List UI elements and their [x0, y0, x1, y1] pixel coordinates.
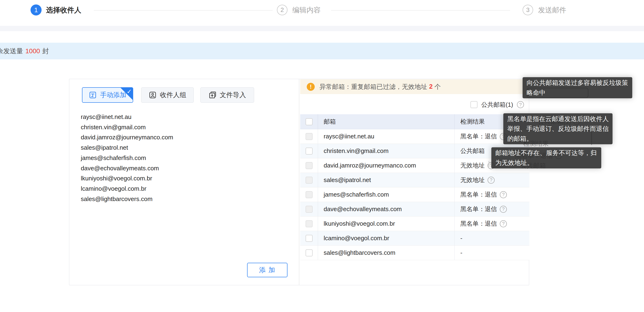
tab-manual-add[interactable]: 手动添加 ✓ [82, 87, 133, 103]
row-checkbox[interactable] [306, 148, 312, 155]
email-wizard-screen: 1 选择收件人 2 编辑内容 3 发送邮件 余发送量1000封 手动添加 ✓ [0, 0, 644, 312]
table-row: sales@lightbarcovers.com- [300, 246, 530, 260]
tab-file-import[interactable]: 文件导入 [200, 87, 254, 103]
row-checkbox [306, 177, 312, 184]
row-checkbox [306, 191, 312, 198]
row-checkbox[interactable] [306, 235, 312, 242]
row-email: sales@ipatrol.net [318, 173, 454, 187]
step-1-label: 选择收件人 [46, 6, 81, 14]
ghost-edge-line [488, 161, 489, 167]
file-import-icon [208, 91, 216, 99]
quota-banner: 余发送量1000封 [0, 43, 644, 59]
row-email: sales@lightbarcovers.com [318, 246, 454, 260]
table-row: lcamino@voegol.com.br- [300, 231, 530, 246]
warning-invalid-count: 2 [427, 83, 434, 90]
table-row: sales@ipatrol.net无效地址 [300, 173, 530, 187]
select-all-checkbox[interactable] [306, 118, 312, 125]
row-email: lkuniyoshi@voegol.com.br [318, 217, 454, 231]
row-result: 黑名单：退信 [460, 220, 497, 228]
tooltip-line: 为无效地址。 [495, 158, 597, 168]
result-help-icon[interactable] [488, 177, 495, 184]
public-mailbox-help-icon[interactable] [517, 101, 524, 108]
column-header-email: 邮箱 [318, 114, 454, 129]
quota-prefix: 余发送量 [0, 47, 23, 56]
row-email: christen.vin@gmail.com [318, 144, 454, 158]
step-2-label: 编辑内容 [292, 6, 320, 14]
tooltip-line: 举报、手动退订、反垃圾邮件而退信 [507, 124, 608, 134]
tooltip-line: 的邮箱。 [507, 134, 608, 144]
step-connector-2 [331, 10, 510, 10]
table-row: james@schaferfish.com黑名单：退信 [300, 187, 530, 202]
table-row: lkuniyoshi@voegol.com.br黑名单：退信 [300, 217, 530, 231]
row-result: 黑名单：退信 [460, 132, 497, 141]
row-result: 无效地址 [460, 176, 485, 184]
row-result: 公共邮箱 [460, 147, 485, 155]
result-help-icon[interactable] [500, 220, 507, 227]
selected-check-icon: ✓ [126, 88, 132, 95]
recipient-group-icon [149, 91, 157, 99]
quota-text: 余发送量1000封 [0, 43, 49, 59]
row-checkbox [306, 220, 312, 227]
tooltip-blacklist: 黑名单是指在云邮通发送后因收件人举报、手动退订、反垃圾邮件而退信的邮箱。 [503, 113, 612, 144]
tooltip-line: 向公共邮箱发送过多容易被反垃圾策 [526, 78, 628, 88]
table-header-row: 邮箱 检测结果 [300, 114, 530, 129]
abnormal-warning-banner: 异常邮箱：重复邮箱已过滤，无效地址 2 个 [300, 79, 529, 94]
row-email: lcamino@voegol.com.br [318, 231, 454, 245]
row-email: james@schaferfish.com [318, 187, 454, 202]
step-2-number: 2 [280, 6, 284, 13]
step-3-circle: 3 [522, 5, 533, 15]
row-checkbox [306, 206, 312, 213]
result-help-icon[interactable] [500, 191, 507, 198]
row-email: david.jamroz@journeymanco.com [318, 158, 454, 173]
header-separator-band [0, 26, 644, 31]
tab-file-import-label: 文件导入 [220, 90, 246, 99]
step-2-circle: 2 [277, 5, 288, 15]
row-result: - [460, 249, 462, 256]
tooltip-line: 略命中 [526, 88, 628, 98]
row-result: 黑名单：退信 [460, 191, 497, 199]
row-result: 无效地址 [460, 161, 485, 170]
pane-divider [299, 79, 299, 285]
warning-icon [307, 83, 315, 91]
row-checkbox [306, 162, 312, 169]
warning-suffix: 个 [434, 83, 441, 91]
tooltip-public-mailbox: 向公共邮箱发送过多容易被反垃圾策略命中 [522, 77, 632, 98]
recipient-email: raysc@iinet.net.au [81, 112, 288, 122]
recipient-email: lcamino@voegol.com.br [81, 184, 288, 194]
public-mailbox-checkbox[interactable] [470, 101, 478, 108]
row-checkbox [306, 133, 312, 140]
public-mailbox-filter: 公共邮箱(1) [470, 100, 524, 109]
manual-add-icon [89, 91, 97, 99]
recipient-email: dave@echovalleymeats.com [81, 163, 288, 174]
result-help-icon[interactable] [500, 206, 507, 213]
tab-recipient-group-label: 收件人组 [160, 90, 186, 99]
recipient-email: david.jamroz@journeymanco.com [81, 132, 288, 143]
table-row: dave@echovalleymeats.com黑名单：退信 [300, 202, 530, 217]
recipient-email: sales@lightbarcovers.com [81, 194, 288, 204]
tooltip-line: 黑名单是指在云邮通发送后因收件人 [507, 114, 608, 124]
public-mailbox-label: 公共邮箱(1) [481, 101, 513, 109]
recipient-email: christen.vin@gmail.com [81, 122, 288, 133]
step-1-circle: 1 [30, 4, 42, 15]
warning-text: 异常邮箱：重复邮箱已过滤，无效地址 [320, 83, 427, 91]
step-3-label: 发送邮件 [538, 6, 566, 14]
row-result: - [460, 235, 462, 242]
recipient-email: lkuniyoshi@voegol.com.br [81, 173, 288, 184]
email-input-area[interactable]: raysc@iinet.net.auchristen.vin@gmail.com… [81, 112, 288, 204]
add-button[interactable]: 添 加 [247, 263, 288, 277]
row-checkbox[interactable] [306, 249, 312, 256]
row-email: dave@echovalleymeats.com [318, 202, 454, 216]
step-1-number: 1 [34, 6, 38, 14]
tooltip-line: 邮箱地址不存在、服务不可达等，归 [495, 148, 597, 158]
step-connector-1 [94, 10, 273, 10]
step-3-number: 3 [526, 6, 530, 13]
tooltip-invalid-address: 邮箱地址不存在、服务不可达等，归为无效地址。 [491, 147, 601, 168]
recipient-email: sales@ipatrol.net [81, 143, 288, 153]
table-row: raysc@iinet.net.au黑名单：退信 [300, 129, 530, 144]
tab-recipient-group[interactable]: 收件人组 [141, 87, 194, 103]
check-result-table: 邮箱 检测结果 raysc@iinet.net.au黑名单：退信christen… [300, 114, 530, 260]
row-email: raysc@iinet.net.au [318, 129, 454, 144]
row-result: 黑名单：退信 [460, 205, 497, 213]
recipient-email: james@schaferfish.com [81, 153, 288, 163]
recipient-selection-panel: 手动添加 ✓ 收件人组 文件导入 raysc@iinet.net.auchris… [69, 79, 529, 285]
